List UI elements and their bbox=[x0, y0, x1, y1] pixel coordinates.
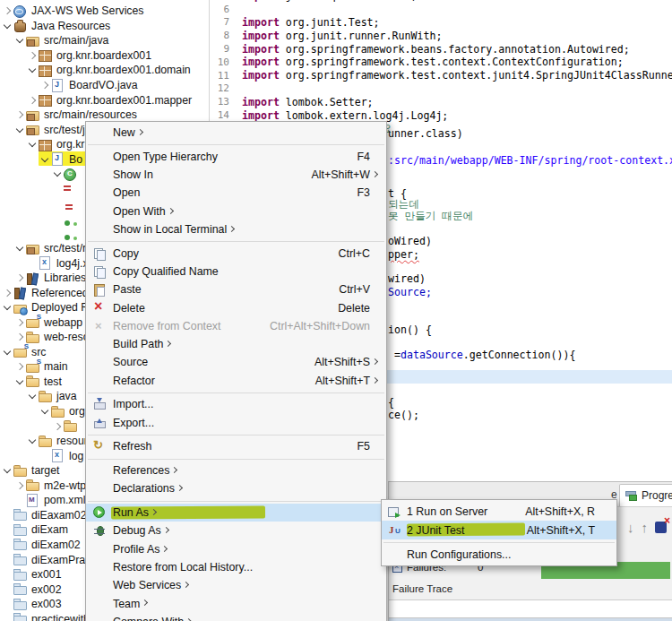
menu-item-copy-qualified-name[interactable]: Copy Qualified Name bbox=[86, 263, 386, 280]
proj-icon bbox=[13, 568, 28, 582]
expand-arrow-icon[interactable] bbox=[15, 479, 25, 492]
code-line-14: 14import lombok.extern.log4j.Log4j; bbox=[210, 108, 672, 122]
code-line-8: 8import org.junit.runner.RunWith; bbox=[210, 29, 672, 42]
collapse-arrow-icon[interactable] bbox=[28, 435, 38, 447]
menu-item-open-with[interactable]: Open With bbox=[86, 203, 386, 220]
menu-item-shortcut: Ctrl+Alt+Shift+Down bbox=[252, 320, 370, 332]
collapse-arrow-icon[interactable] bbox=[15, 124, 25, 136]
menu-arrow-space bbox=[600, 521, 612, 539]
expand-arrow-icon[interactable] bbox=[15, 108, 25, 121]
collapse-arrow-icon[interactable] bbox=[3, 301, 13, 314]
code-line-9: 9import org.springframework.beans.factor… bbox=[210, 42, 672, 56]
code-fragment: ion() { bbox=[388, 323, 432, 336]
menu-icon-space bbox=[86, 558, 113, 576]
eclipse-window: JAX-WS Web ServicesJava Resourcessrc/mai… bbox=[0, 0, 672, 621]
menu-icon-space bbox=[86, 124, 113, 142]
menu-item-declarations[interactable]: Declarations bbox=[86, 479, 386, 497]
tree-item-label: diExam bbox=[31, 523, 68, 536]
menu-item-label: Source bbox=[113, 356, 148, 368]
menu-item-open-type-hierarchy[interactable]: Open Type HierarchyF4 bbox=[86, 148, 386, 166]
expand-arrow-icon[interactable] bbox=[28, 49, 38, 62]
expand-arrow-icon[interactable] bbox=[15, 360, 25, 373]
collapse-arrow-icon[interactable] bbox=[15, 375, 25, 388]
collapse-arrow-icon[interactable] bbox=[40, 153, 50, 166]
code-text: import org.springframework.test.context.… bbox=[242, 69, 672, 82]
submenu-arrow-icon bbox=[149, 504, 160, 522]
collapse-arrow-icon[interactable] bbox=[53, 168, 63, 180]
menu-item-label: Run As bbox=[113, 506, 149, 519]
failure-trace-body[interactable] bbox=[389, 599, 672, 618]
menu-item-label: Compare With bbox=[113, 616, 184, 621]
code-text: import lombok.extern.log4j.Log4j; bbox=[242, 109, 448, 122]
proj-icon bbox=[13, 598, 28, 611]
menu-item-debug-as[interactable]: Debug As bbox=[86, 522, 386, 539]
tree-item-src-main-java[interactable]: src/main/java bbox=[0, 33, 209, 48]
menu-item-import[interactable]: Import... bbox=[86, 395, 386, 413]
next-failure-icon[interactable]: ↓ bbox=[627, 521, 634, 534]
menu-item-references[interactable]: References bbox=[86, 461, 386, 479]
tree-item-java-resources[interactable]: Java Resources bbox=[0, 19, 209, 34]
menu-item-show-in[interactable]: Show InAlt+Shift+W bbox=[86, 166, 386, 184]
menu-item-shortcut: Delete bbox=[320, 302, 370, 315]
collapse-arrow-icon[interactable] bbox=[28, 390, 38, 402]
menu-item-compare-with[interactable]: Compare With bbox=[86, 613, 386, 621]
collapse-arrow-icon[interactable] bbox=[40, 405, 50, 418]
line-number: 11 bbox=[210, 70, 229, 82]
menu-item-restore-from-local-history[interactable]: Restore from Local History... bbox=[86, 558, 386, 576]
previous-failure-icon[interactable]: ↑ bbox=[642, 521, 649, 534]
collapse-arrow-icon[interactable] bbox=[15, 34, 25, 47]
menu-item-1-run-on-server[interactable]: 1 Run on ServerAlt+Shift+X, R bbox=[382, 502, 616, 521]
tree-item-org-knr-boardex001-mapper[interactable]: org.knr.boardex001.mapper bbox=[0, 92, 209, 108]
menu-item-open[interactable]: OpenF3 bbox=[86, 184, 386, 202]
expand-arrow-icon[interactable] bbox=[15, 316, 25, 329]
collapse-arrow-icon[interactable] bbox=[28, 64, 38, 76]
tree-item-org-knr-boardex001-domain[interactable]: org.knr.boardex001.domain bbox=[0, 63, 209, 78]
menu-item-new[interactable]: New bbox=[86, 124, 386, 142]
menu-item-show-in-local-terminal[interactable]: Show in Local Terminal bbox=[86, 220, 386, 238]
tree-item-jax-ws-web-services[interactable]: JAX-WS Web Services bbox=[0, 4, 209, 19]
menu-item-profile-as[interactable]: Profile As bbox=[86, 540, 386, 558]
menu-item-label: References bbox=[113, 464, 169, 477]
line-number: 5 bbox=[210, 0, 229, 2]
tree-item-boardvo-java[interactable]: BoardVO.java bbox=[0, 78, 209, 93]
collapse-arrow-icon[interactable] bbox=[3, 464, 13, 477]
test-run-stop-icon[interactable] bbox=[655, 522, 667, 533]
menu-item-source[interactable]: SourceAlt+Shift+S bbox=[86, 353, 386, 371]
code-fragment: =dataSource.getConnection()){ bbox=[388, 348, 575, 361]
tree-item-label: diExam02 bbox=[31, 539, 81, 551]
expand-arrow-icon[interactable] bbox=[15, 272, 25, 284]
context-menu: NewOpen Type HierarchyF4Show InAlt+Shift… bbox=[85, 121, 387, 621]
expand-arrow-icon[interactable] bbox=[3, 287, 13, 299]
menu-item-remove-from-context: Remove from ContextCtrl+Alt+Shift+Down bbox=[86, 317, 386, 335]
menu-item-web-services[interactable]: Web Services bbox=[86, 576, 386, 594]
code-fragment: 못 만들기 때문에 bbox=[388, 210, 473, 223]
collapse-arrow-icon[interactable] bbox=[15, 242, 25, 254]
expand-arrow-icon[interactable] bbox=[53, 420, 63, 433]
tree-item-src-main-resources[interactable]: src/main/resources bbox=[0, 108, 209, 123]
expand-arrow-icon[interactable] bbox=[3, 4, 13, 17]
collapse-arrow-icon[interactable] bbox=[3, 20, 13, 32]
menu-item-build-path[interactable]: Build Path bbox=[86, 335, 386, 353]
menu-item-copy[interactable]: CopyCtrl+C bbox=[86, 245, 386, 263]
menu-item-delete[interactable]: DeleteDelete bbox=[86, 298, 386, 316]
tab-progress[interactable]: Progres bbox=[619, 484, 672, 506]
code-line-10: 10import org.springframework.test.contex… bbox=[210, 56, 672, 69]
expand-arrow-icon[interactable] bbox=[40, 79, 50, 91]
menu-item-run-configurations[interactable]: Run Configurations... bbox=[382, 545, 616, 564]
collapse-arrow-icon[interactable] bbox=[28, 138, 38, 151]
tree-item-label: src/test/j bbox=[44, 124, 85, 136]
collapse-arrow-icon[interactable] bbox=[3, 346, 13, 358]
menu-item-export[interactable]: Export... bbox=[86, 414, 386, 432]
remove-context-icon bbox=[86, 317, 113, 335]
menu-item-refactor[interactable]: RefactorAlt+Shift+T bbox=[86, 372, 386, 390]
expand-arrow-icon[interactable] bbox=[15, 331, 25, 343]
menu-item-refresh[interactable]: RefreshF5 bbox=[86, 437, 386, 455]
menu-item-paste[interactable]: PasteCtrl+V bbox=[86, 280, 386, 298]
tree-item-org-knr-boardex001[interactable]: org.knr.boardex001 bbox=[0, 48, 209, 64]
menu-icon-space bbox=[86, 184, 113, 202]
menu-item-2-junit-test[interactable]: 2 JUnit TestAlt+Shift+X, T bbox=[382, 521, 616, 539]
tree-item-label: Java Resources bbox=[31, 20, 110, 32]
expand-arrow-icon[interactable] bbox=[28, 94, 38, 107]
menu-item-team[interactable]: Team bbox=[86, 594, 386, 612]
menu-item-run-as[interactable]: Run As bbox=[86, 504, 386, 522]
